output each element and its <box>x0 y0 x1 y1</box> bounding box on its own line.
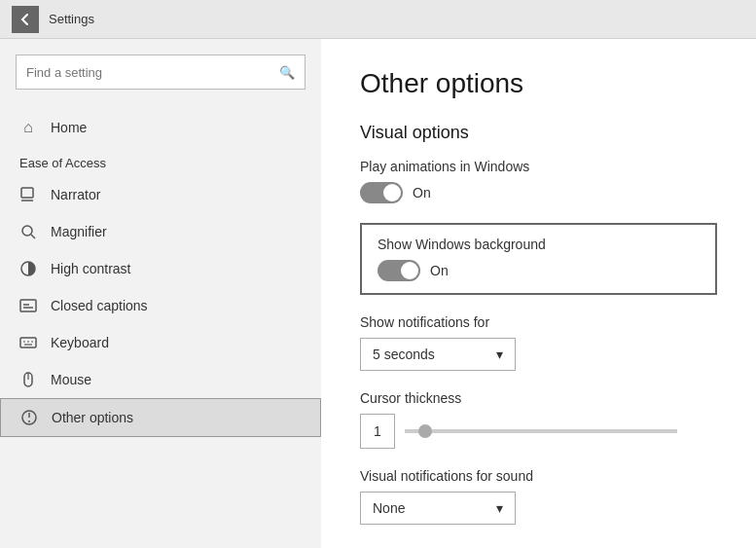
svg-rect-8 <box>20 338 36 347</box>
home-icon <box>19 119 37 136</box>
cursor-thickness-slider-row: 1 <box>360 414 717 449</box>
magnifier-icon <box>19 223 37 240</box>
show-windows-background-state: On <box>430 263 449 278</box>
sidebar: 🔍 Home Ease of Access Narrator <box>0 39 321 548</box>
show-windows-background-label: Show Windows background <box>378 237 700 252</box>
sidebar-item-narrator[interactable]: Narrator <box>0 176 321 213</box>
search-input[interactable] <box>26 65 271 80</box>
svg-rect-0 <box>21 188 33 198</box>
sidebar-item-high-contrast[interactable]: High contrast <box>0 250 321 287</box>
show-notifications-setting: Show notifications for 5 seconds ▾ <box>360 314 717 371</box>
sidebar-home-label: Home <box>51 120 87 135</box>
sidebar-section-label: Ease of Access <box>0 146 321 176</box>
closed-captions-icon <box>19 297 37 314</box>
main-layout: 🔍 Home Ease of Access Narrator <box>0 39 756 548</box>
show-windows-background-toggle[interactable] <box>378 260 420 281</box>
cursor-thickness-thumb[interactable] <box>418 424 432 438</box>
mouse-label: Mouse <box>51 372 91 387</box>
svg-point-17 <box>28 420 30 422</box>
chevron-down-icon-2: ▾ <box>496 500 503 516</box>
high-contrast-label: High contrast <box>51 261 130 276</box>
play-animations-state: On <box>413 185 431 201</box>
sidebar-item-other-options[interactable]: Other options <box>0 398 321 437</box>
show-windows-background-box: Show Windows background On <box>360 223 717 295</box>
sidebar-item-home[interactable]: Home <box>0 109 321 146</box>
keyboard-label: Keyboard <box>51 335 109 350</box>
visual-notifications-dropdown[interactable]: None ▾ <box>360 492 516 525</box>
visual-notifications-value: None <box>373 500 405 516</box>
show-windows-background-toggle-row: On <box>378 260 700 281</box>
other-options-label: Other options <box>52 410 133 425</box>
narrator-label: Narrator <box>51 187 100 202</box>
show-notifications-label: Show notifications for <box>360 314 717 330</box>
keyboard-icon <box>19 334 37 351</box>
mouse-icon <box>19 371 37 388</box>
svg-rect-5 <box>20 300 36 311</box>
play-animations-toggle-row: On <box>360 182 717 203</box>
svg-line-3 <box>31 235 35 238</box>
cursor-thickness-setting: Cursor thickness 1 <box>360 390 717 449</box>
window-title: Settings <box>49 12 94 26</box>
play-animations-setting: Play animations in Windows On <box>360 159 717 203</box>
play-animations-toggle[interactable] <box>360 182 403 203</box>
closed-captions-label: Closed captions <box>51 298 148 313</box>
section-title: Visual options <box>360 123 717 143</box>
sidebar-item-mouse[interactable]: Mouse <box>0 361 321 398</box>
cursor-thickness-value: 1 <box>360 414 395 449</box>
other-options-icon <box>20 409 38 426</box>
play-animations-label: Play animations in Windows <box>360 159 717 174</box>
search-box[interactable]: 🔍 <box>16 55 306 90</box>
content-area: Other options Visual options Play animat… <box>321 39 756 548</box>
magnifier-label: Magnifier <box>51 224 107 239</box>
visual-notifications-setting: Visual notifications for sound None ▾ <box>360 468 717 525</box>
sidebar-item-magnifier[interactable]: Magnifier <box>0 213 321 250</box>
show-notifications-value: 5 seconds <box>373 347 435 362</box>
back-button[interactable] <box>12 6 39 33</box>
high-contrast-icon <box>19 260 37 277</box>
title-bar: Settings <box>0 0 756 39</box>
show-notifications-dropdown[interactable]: 5 seconds ▾ <box>360 338 516 371</box>
visual-notifications-label: Visual notifications for sound <box>360 468 717 484</box>
cursor-thickness-label: Cursor thickness <box>360 390 717 406</box>
cursor-thickness-track[interactable] <box>405 429 677 433</box>
search-icon: 🔍 <box>279 65 295 80</box>
chevron-down-icon: ▾ <box>496 347 503 362</box>
page-title: Other options <box>360 68 717 99</box>
svg-point-2 <box>22 226 32 236</box>
narrator-icon <box>19 186 37 203</box>
sidebar-item-keyboard[interactable]: Keyboard <box>0 324 321 361</box>
sidebar-item-closed-captions[interactable]: Closed captions <box>0 287 321 324</box>
